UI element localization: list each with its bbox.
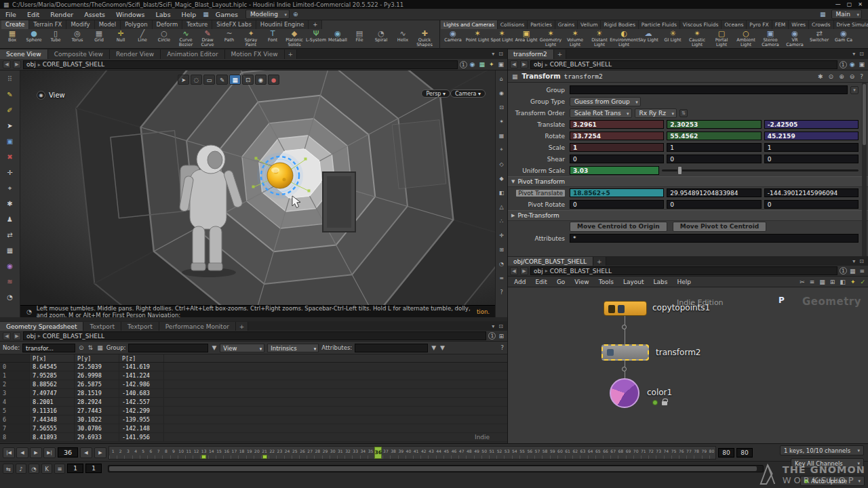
global-start-field[interactable]: 1 — [67, 464, 83, 473]
dopesheet-icon[interactable]: ≡ — [54, 464, 65, 474]
take-badge[interactable]: 1 — [488, 332, 496, 340]
column-header[interactable]: P[x] — [30, 354, 75, 362]
back-icon[interactable]: ◀ — [3, 332, 11, 340]
shelf-tool-caustic-light[interactable]: ✴Caustic Light — [685, 29, 709, 49]
frame-down-button[interactable]: ◀ — [80, 447, 92, 458]
timeline-ruler[interactable]: 1234567891011121314151617181920212223242… — [108, 446, 716, 460]
shelf-tool-ambient-light[interactable]: ○Ambient Light — [734, 29, 758, 49]
draw-tool-icon[interactable]: ✐ — [3, 103, 18, 117]
scene-path-field[interactable]: obj▸CORE_BLAST_SHELL — [23, 60, 458, 69]
shelf-tool-grid[interactable]: ▦Grid — [88, 29, 110, 49]
viewport[interactable]: ◉ View ➤◌▭✎▦⊡◉● Persp ▾ Camera ▾ — [20, 70, 495, 305]
shelf-tab-vellum[interactable]: Vellum — [578, 20, 601, 29]
shelf-tool-box[interactable]: ▦Box — [1, 29, 23, 49]
section-pivot-transform[interactable]: ▼Pivot Transform — [507, 176, 868, 187]
clock-icon[interactable]: ◔ — [496, 257, 507, 270]
shelf-tool-spot-light[interactable]: ✶Spot Light — [490, 29, 514, 49]
tab-animation-editor[interactable]: Animation Editor — [161, 49, 224, 59]
tab-motion-fx-view[interactable]: Motion FX View — [225, 49, 285, 59]
view-dropdown[interactable]: View — [220, 344, 264, 352]
param-field-rotate-1[interactable]: 55.4562 — [667, 131, 761, 140]
shelf-tool-spray-paint[interactable]: ✦Spray Paint — [240, 29, 262, 49]
pane-handle-icon[interactable]: ⠿ — [3, 72, 18, 86]
frame-up-button[interactable]: ▶ — [94, 447, 106, 458]
column-header[interactable]: P[z] — [119, 354, 164, 362]
menu-assets[interactable]: Assets — [79, 9, 111, 20]
grid-tool-icon[interactable]: ▦ — [3, 243, 18, 258]
netmenu-help[interactable]: Help — [672, 277, 696, 287]
camera-view-icon[interactable]: ◉ — [496, 86, 507, 100]
network-path-field[interactable]: obj▸CORE_BLAST_SHELL — [530, 266, 837, 275]
tab-composite-view[interactable]: Composite View — [48, 49, 110, 59]
tab-transform2[interactable]: transform2 — [507, 49, 554, 59]
grid-toggle-icon[interactable]: ▦ — [496, 129, 507, 142]
help-icon[interactable]: ? — [859, 73, 864, 80]
param-select-transform-order-1[interactable]: Rx Ry Rz — [635, 108, 677, 118]
path-core-blast-shell[interactable]: CORE_BLAST_SHELL — [43, 61, 104, 68]
path-obj[interactable]: obj — [534, 61, 543, 68]
global-end-field[interactable]: 80 — [736, 448, 753, 458]
current-frame-field[interactable]: 36 — [58, 447, 78, 458]
lighting-icon[interactable]: ✶ — [496, 115, 507, 128]
help-icon[interactable]: ? — [500, 344, 505, 351]
shelf-tool-spiral[interactable]: ◔Spiral — [370, 29, 392, 49]
forward-icon[interactable]: ▶ — [13, 332, 21, 340]
tab-obj-core-blast-shell[interactable]: obj/CORE_BLAST_SHELL — [507, 257, 593, 266]
take-badge[interactable]: 1 — [840, 267, 847, 274]
filter-icon[interactable]: ▼ — [431, 344, 437, 351]
flipbook-record-icon[interactable]: ● — [268, 75, 279, 85]
viewport-help-icon[interactable]: ? — [496, 285, 507, 299]
display-options-icon[interactable]: ▣ — [497, 61, 505, 68]
param-field-pivot-rotate-2[interactable]: 0 — [764, 200, 859, 209]
mirror-tool-icon[interactable]: ⇄ — [3, 228, 18, 242]
path-obj[interactable]: obj — [26, 61, 36, 68]
node-copytopoints1[interactable] — [604, 301, 647, 316]
param-select-transform-order-0[interactable]: Scale Rot Trans — [570, 108, 632, 118]
menu-render[interactable]: Render — [45, 9, 79, 20]
shaded-icon[interactable]: ◆ — [496, 171, 507, 185]
shelf-tab-oceans[interactable]: Oceans — [722, 20, 747, 29]
shelf-tool-draw-curve[interactable]: ✎Draw Curve — [197, 29, 218, 49]
play-button[interactable]: ▶ — [30, 447, 42, 458]
pane-icon[interactable]: ⊞ — [498, 333, 505, 340]
take-badge[interactable]: 1 — [460, 61, 467, 68]
node-field[interactable]: transfor... — [22, 344, 75, 352]
loop-icon[interactable]: ⇆ — [3, 464, 14, 474]
netmenu-labs[interactable]: Labs — [649, 277, 673, 287]
paint-select-icon[interactable]: ✎ — [216, 75, 228, 85]
param-field-scale-1[interactable]: 1 — [667, 143, 761, 152]
netmenu-add[interactable]: Add — [509, 277, 530, 287]
tile-layout-icon[interactable]: ⊞ — [829, 279, 836, 285]
param-field-group-0[interactable] — [570, 85, 848, 94]
shelf-tool-vr-camera[interactable]: ◉VR Camera — [783, 29, 807, 49]
shelf-add-tab[interactable]: + — [309, 20, 322, 29]
zoom-in-icon[interactable]: ⊕ — [838, 73, 845, 80]
scrollbar-thumb[interactable] — [863, 84, 866, 145]
step-back-button[interactable]: ◀ — [16, 447, 28, 458]
path-core-blast-shell[interactable]: CORE_BLAST_SHELL — [550, 268, 612, 274]
shelf-tab-crowds[interactable]: Crowds — [809, 20, 834, 29]
shelf-tab-particle-fluids[interactable]: Particle Fluids — [639, 20, 680, 29]
button-move-centroid-to-origin[interactable]: Move Centroid to Origin — [570, 222, 667, 232]
shelf-tool-line[interactable]: ╱Line — [132, 29, 153, 49]
forward-icon[interactable]: ▶ — [13, 60, 21, 68]
param-field-rotate-2[interactable]: 45.2159 — [764, 131, 859, 140]
shelf-tool-metaball[interactable]: ◉Metaball — [327, 29, 349, 49]
param-field-pivot-translate-2[interactable]: -144.39012145996094 — [764, 188, 859, 197]
shelf-tool-stereo-camera[interactable]: ▣Stereo Camera — [758, 29, 783, 49]
snap-tool-icon[interactable]: ⌖ — [3, 181, 18, 195]
tree-icon[interactable]: ≡ — [809, 279, 816, 285]
shelf-tool-distant-light[interactable]: ☀Distant Light — [587, 29, 612, 49]
options-icon[interactable]: ≡ — [496, 271, 507, 285]
param-field-shear-2[interactable]: 0 — [764, 155, 859, 163]
viewport-canvas[interactable] — [20, 70, 495, 305]
column-header[interactable]: P[y] — [75, 354, 119, 362]
filter-icon[interactable]: ▼ — [439, 344, 446, 351]
range-slider[interactable] — [108, 465, 764, 472]
snap-toggle-icon[interactable]: ⌖ — [496, 143, 507, 157]
shelf-tool-null[interactable]: ✛Null — [110, 29, 132, 49]
netmenu-go[interactable]: Go — [552, 277, 570, 287]
sim-tool-icon[interactable]: ≋ — [3, 274, 18, 289]
filter-icon[interactable]: ▼ — [211, 344, 217, 351]
shelf-tool-environment-light[interactable]: ◐Environment Light — [612, 29, 636, 49]
